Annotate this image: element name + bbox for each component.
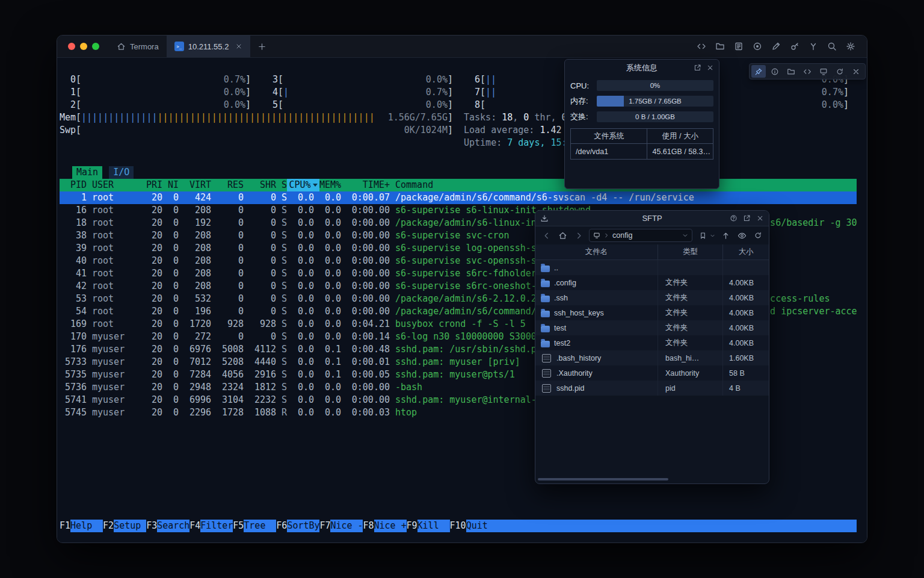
transfers-button[interactable] — [540, 214, 549, 223]
key-button[interactable] — [787, 39, 802, 54]
new-tab-button[interactable] — [250, 36, 274, 57]
tab-close-icon[interactable] — [235, 43, 242, 50]
col-filesize[interactable]: 大小 — [723, 244, 769, 259]
folder-button[interactable] — [713, 39, 727, 54]
notes-button[interactable] — [732, 39, 746, 54]
cpu-meter-5: 5[0.0%] — [262, 99, 453, 111]
col-pri[interactable]: PRI — [141, 179, 162, 191]
minimize-window-button[interactable] — [80, 43, 87, 50]
col-filename[interactable]: 文件名 — [535, 244, 658, 259]
files-button[interactable] — [784, 65, 798, 78]
htop-tab-main[interactable]: Main — [72, 166, 102, 179]
fkey-label-f8[interactable]: Nice + — [374, 520, 407, 532]
col-s[interactable]: S — [276, 179, 287, 191]
snippets-button[interactable] — [800, 65, 815, 78]
key-icon — [790, 42, 799, 51]
col-filetype[interactable]: 类型 — [658, 244, 723, 259]
filesystem-table-header: 文件系统使用 / 大小 — [571, 129, 713, 144]
file-row-test[interactable]: test文件夹4.00KB — [535, 320, 769, 335]
arrow-up-icon — [721, 231, 730, 240]
file-row-sshd.pid[interactable]: sshd.pidpid4 B — [535, 381, 769, 396]
col-pid[interactable]: PID — [60, 179, 87, 191]
file-row-ssh_host_keys[interactable]: ssh_host_keys文件夹4.00KB — [535, 305, 769, 320]
col-res[interactable]: RES — [211, 179, 244, 191]
edit-button[interactable] — [769, 39, 783, 54]
fkey-f3[interactable]: F3 — [146, 520, 157, 532]
eye-icon — [738, 231, 747, 240]
chevron-down-icon[interactable] — [682, 232, 688, 238]
fkey-f6[interactable]: F6 — [276, 520, 287, 532]
settings-button[interactable] — [843, 39, 858, 54]
close-window-button[interactable] — [68, 43, 75, 50]
col-mem[interactable]: MEM% — [319, 179, 341, 191]
home-button[interactable] — [556, 229, 568, 241]
tab-host[interactable]: >_ 10.211.55.2 — [167, 36, 251, 57]
app-window: Termora >_ 10.211.55.2 0[0.7%]1[0.0%]2[0… — [57, 35, 867, 543]
info-icon — [771, 67, 779, 76]
fkey-f5[interactable]: F5 — [233, 520, 244, 532]
fkey-label-f9[interactable]: Kill — [417, 520, 450, 532]
path-selector[interactable]: config — [589, 229, 692, 242]
code-button[interactable] — [694, 39, 709, 54]
fkey-f10[interactable]: F10 — [450, 520, 466, 532]
show-hidden-button[interactable] — [736, 229, 748, 241]
col-user[interactable]: USER — [87, 179, 141, 191]
fkey-label-f6[interactable]: SortBy — [287, 520, 319, 532]
tab-termora[interactable]: Termora — [109, 36, 167, 57]
forward-button[interactable] — [573, 229, 585, 241]
parent-dir-button[interactable] — [719, 229, 732, 241]
sysinfo-meter-1: 内存:1.75GB / 7.65GB — [570, 96, 713, 107]
fkey-label-f10[interactable]: Quit — [466, 520, 499, 532]
display-button[interactable] — [816, 65, 831, 78]
sysinfo-close-button[interactable] — [706, 64, 714, 72]
fkey-f9[interactable]: F9 — [407, 520, 417, 532]
fkey-f4[interactable]: F4 — [189, 520, 200, 532]
fkey-label-f5[interactable]: Tree — [244, 520, 276, 532]
fkey-f7[interactable]: F7 — [319, 520, 330, 532]
horizontal-scrollbar[interactable] — [538, 478, 766, 480]
scrollbar-thumb[interactable] — [538, 478, 668, 480]
file-table-header[interactable]: 文件名类型大小 — [535, 244, 769, 260]
refresh-files-button[interactable] — [752, 229, 764, 241]
fkey-label-f1[interactable]: Help — [70, 520, 103, 532]
filesystem-row[interactable]: /dev/vda145.61GB / 58.3… — [571, 144, 713, 159]
sysinfo-detach-button[interactable] — [694, 64, 701, 72]
sftp-detach-button[interactable] — [743, 214, 751, 222]
file-row-.Xauthority[interactable]: .XauthorityXauthority58 B — [535, 365, 769, 381]
search-button[interactable] — [825, 39, 839, 54]
process-row-1[interactable]: 1root20042400S0.00.00:00.07/package/admi… — [60, 191, 857, 204]
pin-button[interactable] — [751, 65, 766, 78]
panel-close-button[interactable] — [849, 65, 863, 78]
computer-icon — [593, 232, 600, 239]
sftp-close-button[interactable] — [756, 214, 764, 222]
file-row-..[interactable]: .. — [535, 260, 769, 275]
fkey-label-f4[interactable]: Filter — [200, 520, 233, 532]
bookmark-button[interactable] — [697, 229, 709, 241]
col-virt[interactable]: VIRT — [179, 179, 211, 191]
file-row-test2[interactable]: test2文件夹4.00KB — [535, 335, 769, 350]
htop-tab-io[interactable]: I/O — [109, 166, 134, 179]
file-row-.bash_history[interactable]: .bash_historybash_hi…1.60KB — [535, 350, 769, 365]
fkey-f8[interactable]: F8 — [363, 520, 374, 532]
fkey-f1[interactable]: F1 — [60, 520, 70, 532]
back-button[interactable] — [540, 229, 552, 241]
col-cpu-sort[interactable]: CPU% — [287, 179, 319, 191]
fkey-label-f2[interactable]: Setup — [114, 520, 146, 532]
fkey-label-f3[interactable]: Search — [157, 520, 189, 532]
arrow-right-icon — [574, 231, 584, 240]
fkey-label-f7[interactable]: Nice - — [330, 520, 363, 532]
zoom-window-button[interactable] — [92, 43, 99, 50]
bookmark-menu-button[interactable] — [709, 229, 715, 241]
file-row-.ssh[interactable]: .ssh文件夹4.00KB — [535, 290, 769, 305]
file-row-.config[interactable]: .config文件夹4.00KB — [535, 275, 769, 290]
fkey-f2[interactable]: F2 — [103, 520, 114, 532]
info-button[interactable] — [768, 65, 782, 78]
col-time[interactable]: TIME+ — [341, 179, 390, 191]
sftp-help-button[interactable] — [730, 214, 738, 222]
col-ni[interactable]: NI — [162, 179, 179, 191]
record-button[interactable] — [750, 39, 765, 54]
col-shr[interactable]: SHR — [244, 179, 276, 191]
keymap-button[interactable] — [806, 39, 821, 54]
refresh-button[interactable] — [833, 65, 847, 78]
process-table-header[interactable]: PIDUSERPRINIVIRTRESSHRSCPU%MEM%TIME+Comm… — [60, 179, 857, 191]
